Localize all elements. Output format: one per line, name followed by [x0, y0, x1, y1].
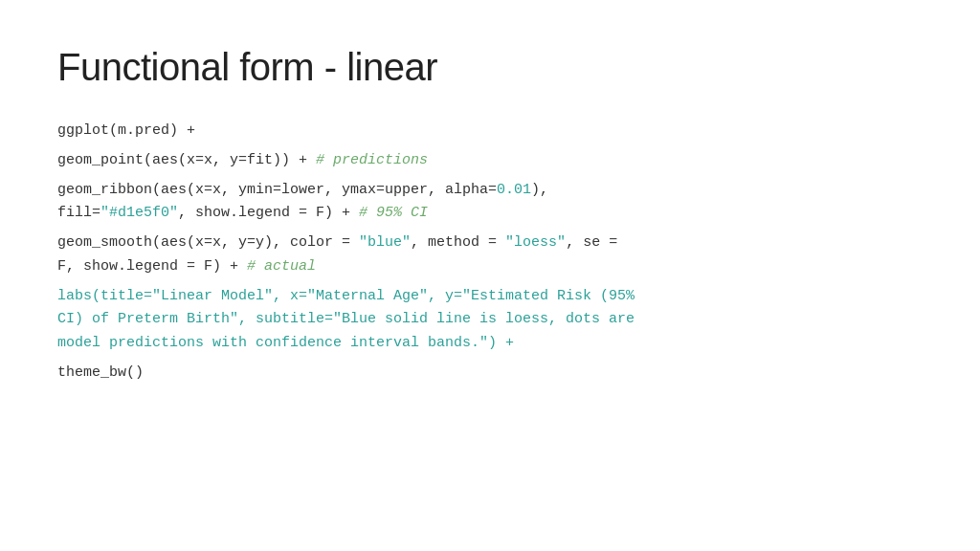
- code-group-4: geom_smooth(aes(x=x, y=y), color = "blue…: [57, 231, 923, 279]
- code-line-5c: model predictions with confidence interv…: [57, 332, 923, 356]
- code-text: theme_bw(): [57, 364, 144, 381]
- code-line-3a: geom_ribbon(aes(x=x, ymin=lower, ymax=up…: [57, 179, 923, 203]
- code-line-5b: CI) of Preterm Birth", subtitle="Blue so…: [57, 308, 923, 332]
- slide-title: Functional form - linear: [57, 46, 923, 89]
- code-group-3: geom_ribbon(aes(x=x, ymin=lower, ymax=up…: [57, 179, 923, 227]
- slide: Functional form - linear ggplot(m.pred) …: [0, 0, 980, 551]
- code-group-6: theme_bw(): [57, 362, 923, 386]
- comment-predictions: # predictions: [316, 152, 428, 168]
- code-block: ggplot(m.pred) + geom_point(aes(x=x, y=f…: [57, 120, 923, 386]
- code-text: CI) of Preterm Birth", subtitle="Blue so…: [57, 311, 635, 327]
- code-group-5: labs(title="Linear Model", x="Maternal A…: [57, 285, 923, 356]
- code-group-1: ggplot(m.pred) +: [57, 120, 923, 143]
- code-text: geom_point(aes(x=x, y=fit)) +: [57, 152, 316, 168]
- code-line-5a: labs(title="Linear Model", x="Maternal A…: [57, 285, 923, 309]
- code-text: labs(title="Linear Model", x="Maternal A…: [57, 288, 635, 304]
- code-line-4a: geom_smooth(aes(x=x, y=y), color = "blue…: [57, 231, 923, 255]
- code-line-1: ggplot(m.pred) +: [57, 120, 923, 143]
- code-text: model predictions with confidence interv…: [57, 335, 514, 351]
- code-line-2: geom_point(aes(x=x, y=fit)) + # predicti…: [57, 149, 923, 173]
- code-text: geom_smooth(aes(x=x, y=y), color = "blue…: [57, 234, 617, 251]
- code-line-4b: F, show.legend = F) + # actual: [57, 255, 923, 279]
- code-line-6: theme_bw(): [57, 362, 923, 386]
- code-text: fill="#d1e5f0", show.legend = F) + # 95%…: [57, 205, 428, 221]
- code-text: F, show.legend = F) + # actual: [57, 258, 316, 275]
- code-group-2: geom_point(aes(x=x, y=fit)) + # predicti…: [57, 149, 923, 173]
- code-text: ggplot(m.pred) +: [57, 122, 195, 139]
- code-line-3b: fill="#d1e5f0", show.legend = F) + # 95%…: [57, 202, 923, 226]
- code-text: geom_ribbon(aes(x=x, ymin=lower, ymax=up…: [57, 182, 548, 198]
